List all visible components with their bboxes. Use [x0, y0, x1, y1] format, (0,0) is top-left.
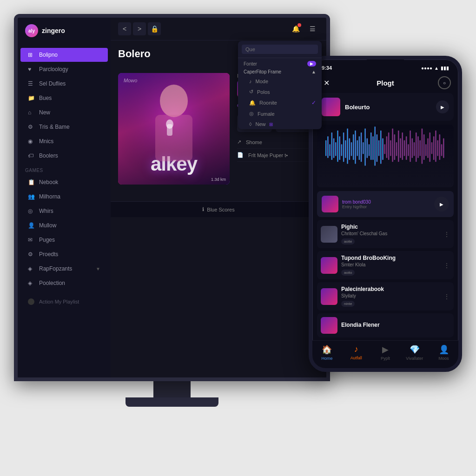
sidebar-item-puges[interactable]: ✉ Puges: [20, 233, 108, 247]
dropdown-search-input[interactable]: [242, 45, 318, 54]
track-menu-button-2[interactable]: ⋮: [443, 293, 450, 300]
nav-item-label: Proedts: [39, 251, 58, 258]
file-label: Frlt Maje Puper t•: [248, 152, 288, 158]
sidebar-item-tris-bame[interactable]: ⚙ Tris & Bame: [20, 120, 108, 134]
forward-button[interactable]: >: [133, 22, 146, 35]
svg-rect-64: [441, 144, 443, 156]
back-button[interactable]: <: [118, 22, 131, 35]
item-label: Fumale: [258, 111, 275, 117]
featured-play-button[interactable]: ▶: [434, 197, 449, 212]
list-icon: ☰: [28, 80, 34, 87]
phone-action-button[interactable]: ○: [438, 76, 451, 89]
nav-item-label: RapFopzants: [39, 265, 72, 272]
menu-button[interactable]: ☰: [306, 22, 319, 35]
svg-rect-32: [378, 140, 380, 156]
svg-rect-59: [431, 142, 433, 154]
svg-rect-12: [339, 136, 340, 160]
phone-nav-vivallater[interactable]: 💎 Vivallater: [400, 344, 429, 361]
monitor-base: [126, 397, 218, 407]
album-art: Mowo: [118, 73, 230, 185]
lock-button[interactable]: 🔒: [148, 22, 161, 35]
track-item-2: Palecinlerabook Slyilaty ninte ⋮: [317, 282, 454, 311]
sidebar-item-bolipno[interactable]: ⊞ Bolipno: [20, 48, 108, 62]
svg-rect-65: [443, 139, 444, 158]
phone-status-right: ●●●● ▲ ▮▮▮: [421, 66, 449, 71]
dropdown-item-mode[interactable]: ♪ Mode: [238, 76, 322, 86]
phone-nav-home[interactable]: 🏠 Home: [312, 344, 342, 361]
featured-track-sublabel: Entry Ngrlhor: [342, 205, 430, 209]
featured-track-info: trom bond030 Entry Ngrlhor: [342, 199, 430, 209]
sidebar-item-mullow[interactable]: 👤 Mullow: [20, 218, 108, 232]
svg-rect-49: [412, 139, 413, 158]
dropdown-item-new[interactable]: ◊ New ⊞: [238, 119, 322, 129]
mail-icon: ✉: [28, 237, 34, 243]
dropdown-search-section: [238, 41, 322, 58]
sidebar-item-bues[interactable]: 📁 Bues: [20, 91, 108, 105]
phone-nav-play[interactable]: ▶ Pyplt: [371, 344, 400, 361]
settings-icon: ⚙: [28, 251, 34, 258]
svg-rect-39: [392, 128, 393, 162]
svg-rect-17: [349, 139, 350, 160]
track-badge-1: aoito: [341, 270, 355, 276]
svg-rect-45: [404, 140, 405, 156]
vivallater-nav-label: Vivallater: [406, 356, 423, 361]
svg-rect-61: [435, 131, 436, 162]
track-item-0: Pighic Chritom' Cleschal Gas aoite ⋮: [317, 220, 454, 248]
sidebar-item-proedts[interactable]: ⚙ Proedts: [20, 247, 108, 261]
svg-rect-5: [325, 140, 327, 156]
sidebar-item-milhorna[interactable]: 👥 Milhorna: [20, 190, 108, 204]
svg-rect-41: [396, 142, 397, 156]
phone-nav-moos[interactable]: 👤 Moos: [429, 344, 458, 361]
sidebar-item-parcloology[interactable]: ♥ Parcloology: [20, 62, 108, 76]
filter-icon: ⚙: [28, 124, 34, 130]
phone-close-button[interactable]: ✕: [320, 76, 333, 89]
nav-item-label: Mullow: [39, 222, 56, 229]
phone-nav-music[interactable]: ♪ Autfall: [342, 344, 371, 361]
grid-icon: ⊞: [28, 52, 34, 58]
track-title-2: Palecinlerabook: [341, 286, 440, 292]
sidebar-item-sel-duflies[interactable]: ☰ Sel Duflies: [20, 77, 108, 91]
now-playing-play-button[interactable]: ▶: [436, 100, 449, 113]
sidebar-item-mnics[interactable]: ◉ Mnics: [20, 134, 108, 148]
bottom-label: Blue Scores: [207, 207, 234, 212]
track-title-0: Pighic: [341, 224, 440, 230]
dropdown-item-polos[interactable]: ↺ Polos: [238, 86, 322, 97]
waveform-display: [317, 125, 454, 187]
dropdown-item-fumale[interactable]: ◎ Fumale: [238, 108, 322, 119]
svg-rect-62: [437, 140, 438, 156]
play-nav-label: Pyplt: [381, 356, 390, 361]
sidebar-item-poolection[interactable]: ◈ Poolection: [20, 276, 108, 290]
svg-rect-18: [351, 142, 352, 156]
sidebar-item-whirs[interactable]: ◎ Whirs: [20, 204, 108, 218]
sidebar-item-nebook[interactable]: 📋 Nebook: [20, 175, 108, 189]
file-icon: 📄: [237, 152, 244, 158]
svg-rect-37: [388, 132, 390, 160]
waveform-bars-top: [325, 126, 444, 165]
sidebar-bottom-action[interactable]: Action My Playlist: [20, 295, 108, 309]
track-artist-2: Slyilaty: [341, 293, 440, 298]
notification-button[interactable]: 🔔: [289, 22, 302, 35]
book-icon: 📋: [28, 179, 34, 185]
svg-rect-43: [400, 139, 401, 158]
nav-item-label: Parcloology: [39, 66, 68, 73]
phone-frame: 9:34 ●●●● ▲ ▮▮▮ ✕ Plogt ○ Boleurto ▶: [309, 56, 462, 372]
signal-icon: ●●●●: [421, 66, 432, 71]
svg-rect-22: [359, 136, 360, 160]
item-label: Mode: [256, 79, 269, 84]
folder-icon: 📁: [28, 95, 34, 101]
sidebar-navigation: ⊞ Bolipno ♥ Parcloology ☰ Sel Duflies 📁 …: [18, 44, 111, 294]
track-info-2: Palecinlerabook Slyilaty ninte: [341, 286, 440, 307]
moos-nav-icon: 👤: [439, 344, 449, 355]
sidebar-item-boolers[interactable]: 🏷 Boolers: [20, 149, 108, 163]
dropdown-item-roonite[interactable]: 🔔 Roonite ✓: [238, 97, 322, 108]
sidebar-item-rapfopzants[interactable]: ◈ RapFopzants ▼: [20, 262, 108, 276]
sidebar-item-new[interactable]: ⌂ New: [20, 106, 108, 119]
track-menu-button-0[interactable]: ⋮: [443, 231, 450, 238]
now-playing-title: Boleurto: [345, 104, 431, 111]
person-icon: 👥: [28, 193, 34, 200]
svg-rect-52: [417, 136, 419, 158]
waveform-svg: [317, 125, 454, 187]
track-artist-0: Chritom' Cleschal Gas: [341, 231, 440, 236]
volume-icon: ♪: [249, 79, 252, 84]
track-menu-button-1[interactable]: ⋮: [443, 262, 450, 269]
